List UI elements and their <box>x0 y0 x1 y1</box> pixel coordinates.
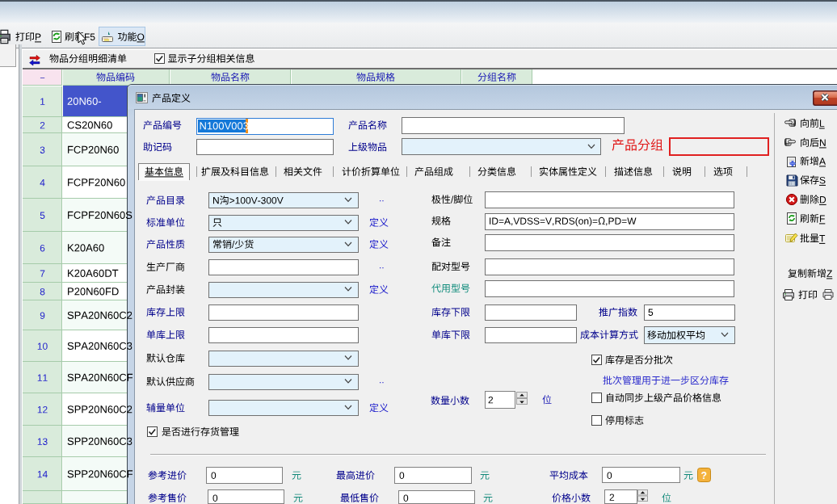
svg-text:?: ? <box>701 470 707 481</box>
